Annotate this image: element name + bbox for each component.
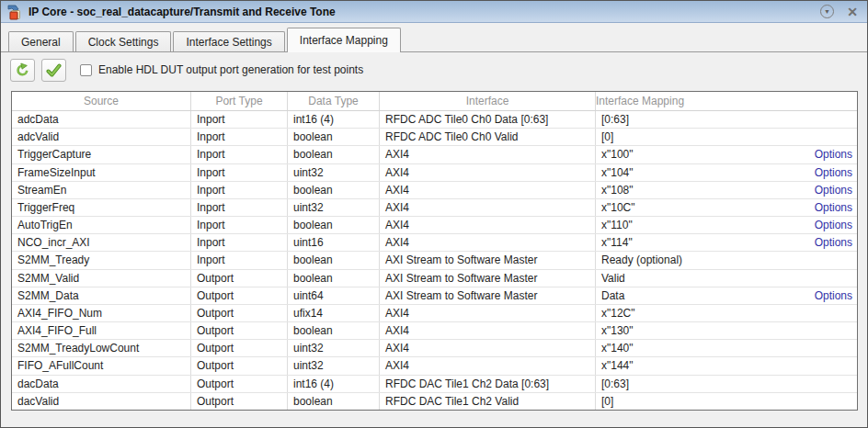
- column-header-interface[interactable]: Interface: [380, 92, 596, 110]
- ip-core-dialog: IP Core - soc_real_datacapture/Transmit …: [0, 0, 868, 428]
- cell-data-type: uint32: [288, 164, 380, 181]
- table-row[interactable]: TriggerCaptureInportbooleanAXI4x"100"Opt…: [12, 146, 857, 163]
- cell-port-type: Outport: [191, 287, 288, 304]
- table-row[interactable]: dacDataOutportint16 (4)RFDC DAC Tile1 Ch…: [12, 376, 857, 393]
- cell-source: dacData: [12, 376, 191, 392]
- interface-mapping-table: Source Port Type Data Type Interface Int…: [11, 91, 858, 411]
- testpoint-checkbox-label: Enable HDL DUT output port generation fo…: [98, 63, 363, 76]
- options-link[interactable]: Options: [815, 184, 852, 197]
- mapping-value: x"104": [601, 166, 634, 179]
- mapping-value: x"130": [601, 324, 634, 337]
- close-icon[interactable]: ✕: [845, 5, 860, 19]
- cell-data-type: boolean: [288, 252, 380, 268]
- table-row[interactable]: S2MM_TreadyLowCountOutportuint32AXI4x"14…: [12, 340, 857, 357]
- cell-interface-mapping: x"114"Options: [596, 234, 857, 251]
- cell-source: AXI4_FIFO_Full: [12, 322, 191, 339]
- testpoint-checkbox[interactable]: [80, 64, 92, 76]
- tab-general[interactable]: General: [8, 31, 74, 51]
- tab-clock-settings[interactable]: Clock Settings: [75, 31, 172, 51]
- table-row[interactable]: AXI4_FIFO_NumOutportufix14AXI4x"12C": [12, 305, 857, 322]
- cell-interface: AXI4: [380, 322, 596, 339]
- cell-data-type: boolean: [288, 146, 380, 163]
- cell-interface-mapping: x"12C": [596, 305, 857, 321]
- cell-interface-mapping: Valid: [596, 270, 857, 287]
- column-header-source[interactable]: Source: [12, 92, 191, 110]
- cell-interface: AXI4: [380, 199, 596, 216]
- options-link[interactable]: Options: [815, 236, 852, 249]
- checkmark-icon: [46, 62, 62, 78]
- table-row[interactable]: adcDataInportint16 (4)RFDC ADC Tile0 Ch0…: [12, 111, 857, 129]
- cell-port-type: Inport: [191, 111, 288, 128]
- cell-source: S2MM_TreadyLowCount: [12, 340, 191, 356]
- mapping-value: x"108": [601, 184, 634, 197]
- cell-interface-mapping: [0]: [596, 393, 857, 410]
- table-row[interactable]: AutoTrigEnInportbooleanAXI4x"110"Options: [12, 217, 857, 234]
- cell-interface: RFDC DAC Tile1 Ch2 Valid: [380, 393, 596, 410]
- cell-port-type: Outport: [191, 322, 288, 339]
- toolbar: Enable HDL DUT output port generation fo…: [1, 52, 867, 87]
- options-link[interactable]: Options: [815, 201, 852, 214]
- table-row[interactable]: dacValidOutportbooleanRFDC DAC Tile1 Ch2…: [12, 393, 857, 410]
- tab-interface-mapping[interactable]: Interface Mapping: [287, 28, 401, 52]
- table-row[interactable]: StreamEnInportbooleanAXI4x"108"Options: [12, 182, 857, 199]
- column-header-port-type[interactable]: Port Type: [191, 92, 288, 110]
- cell-interface-mapping: [0:63]: [596, 111, 857, 128]
- cell-port-type: Outport: [191, 270, 288, 287]
- cell-source: FIFO_AFullCount: [12, 357, 191, 374]
- cell-port-type: Inport: [191, 129, 288, 145]
- refresh-button[interactable]: [10, 59, 35, 82]
- cell-interface-mapping: x"10C"Options: [596, 199, 857, 216]
- cell-interface: AXI4: [380, 182, 596, 198]
- options-link[interactable]: Options: [815, 289, 852, 302]
- mapping-value: [0:63]: [601, 377, 629, 390]
- cell-source: TriggerCapture: [12, 146, 191, 163]
- table-header: Source Port Type Data Type Interface Int…: [12, 92, 857, 111]
- cell-interface: RFDC ADC Tile0 Ch0 Valid: [380, 129, 596, 145]
- table-row[interactable]: S2MM_DataOutportuint64AXI Stream to Soft…: [12, 287, 857, 305]
- cell-interface: RFDC ADC Tile0 Ch0 Data [0:63]: [380, 111, 596, 128]
- cell-port-type: Inport: [191, 217, 288, 233]
- options-link[interactable]: Options: [815, 219, 852, 231]
- table-row[interactable]: S2MM_ValidOutportbooleanAXI Stream to So…: [12, 270, 857, 287]
- cell-source: AutoTrigEn: [12, 217, 191, 233]
- cell-data-type: uint16: [288, 234, 380, 251]
- column-header-interface-mapping[interactable]: Interface Mapping: [596, 92, 857, 110]
- table-row[interactable]: FIFO_AFullCountOutportuint32AXI4x"144": [12, 357, 857, 375]
- titlebar: IP Core - soc_real_datacapture/Transmit …: [1, 1, 867, 23]
- cell-interface: AXI Stream to Software Master: [380, 270, 596, 287]
- collapse-icon[interactable]: ▼: [820, 5, 834, 18]
- cell-port-type: Inport: [191, 252, 288, 268]
- cell-data-type: boolean: [288, 182, 380, 198]
- cell-interface-mapping: DataOptions: [596, 287, 857, 304]
- cell-interface-mapping: x"104"Options: [596, 164, 857, 181]
- table-row[interactable]: TriggerFreqInportuint32AXI4x"10C"Options: [12, 199, 857, 217]
- cell-interface: AXI4: [380, 340, 596, 356]
- table-row[interactable]: adcValidInportbooleanRFDC ADC Tile0 Ch0 …: [12, 129, 857, 146]
- cell-port-type: Outport: [191, 357, 288, 374]
- cell-port-type: Inport: [191, 234, 288, 251]
- cell-data-type: uint64: [288, 287, 380, 304]
- cell-source: adcValid: [12, 129, 191, 145]
- tab-interface-settings[interactable]: Interface Settings: [173, 31, 284, 51]
- mapping-value: [0:63]: [601, 113, 629, 126]
- cell-port-type: Outport: [191, 393, 288, 410]
- table-row[interactable]: FrameSizeInputInportuint32AXI4x"104"Opti…: [12, 164, 857, 182]
- ip-core-icon: [6, 4, 23, 20]
- validate-button[interactable]: [41, 59, 66, 82]
- cell-data-type: uint32: [288, 340, 380, 356]
- cell-data-type: boolean: [288, 270, 380, 287]
- mapping-value: Data: [601, 289, 624, 302]
- cell-data-type: uint32: [288, 357, 380, 374]
- cell-interface-mapping: Ready (optional): [596, 252, 857, 268]
- table-row[interactable]: NCO_incr_AXIInportuint16AXI4x"114"Option…: [12, 234, 857, 252]
- cell-data-type: boolean: [288, 129, 380, 145]
- cell-interface: AXI4: [380, 357, 596, 374]
- mapping-value: [0]: [601, 130, 613, 143]
- options-link[interactable]: Options: [815, 148, 852, 161]
- column-header-data-type[interactable]: Data Type: [288, 92, 380, 110]
- table-row[interactable]: S2MM_TreadyInportbooleanAXI Stream to So…: [12, 252, 857, 269]
- table-row[interactable]: AXI4_FIFO_FullOutportbooleanAXI4x"130": [12, 322, 857, 340]
- cell-data-type: int16 (4): [288, 376, 380, 392]
- options-link[interactable]: Options: [815, 166, 852, 179]
- table-body: adcDataInportint16 (4)RFDC ADC Tile0 Ch0…: [12, 111, 857, 410]
